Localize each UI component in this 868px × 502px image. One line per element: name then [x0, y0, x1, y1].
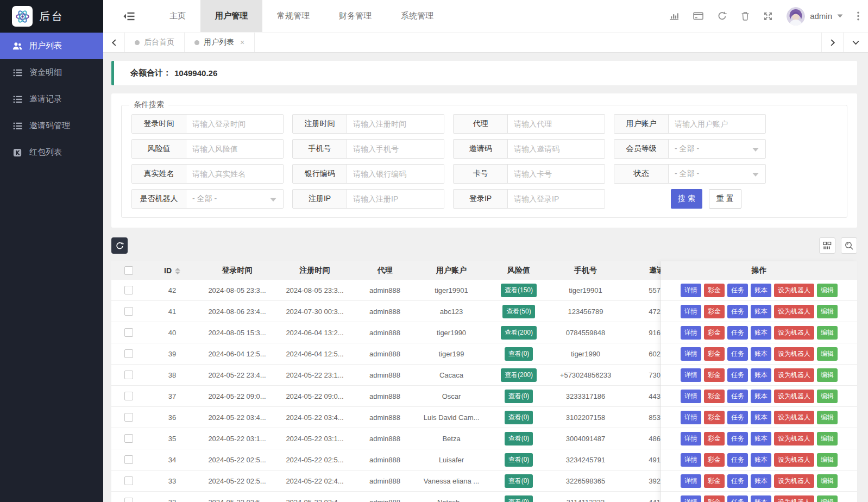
- action-详情-button[interactable]: 详情: [681, 432, 701, 445]
- action-设为机器人-button[interactable]: 设为机器人: [774, 411, 814, 424]
- bar-chart-icon[interactable]: [669, 12, 679, 21]
- row-checkbox[interactable]: [124, 371, 133, 379]
- row-checkbox[interactable]: [124, 349, 133, 358]
- columns-settings-icon[interactable]: [819, 237, 835, 254]
- risk-view-badge[interactable]: 查看(0): [505, 453, 533, 467]
- action-详情-button[interactable]: 详情: [681, 495, 701, 502]
- search-input-登录IP[interactable]: [508, 190, 605, 208]
- action-设为机器人-button[interactable]: 设为机器人: [774, 368, 814, 382]
- action-彩金-button[interactable]: 彩金: [704, 432, 725, 445]
- action-账本-button[interactable]: 账本: [751, 411, 771, 424]
- sidebar-item-5[interactable]: 红包列表: [0, 139, 103, 166]
- action-账本-button[interactable]: 账本: [751, 368, 771, 382]
- search-select-是否机器人[interactable]: - 全部 -: [186, 190, 283, 208]
- action-任务-button[interactable]: 任务: [727, 284, 748, 297]
- action-任务-button[interactable]: 任务: [727, 432, 748, 445]
- action-编辑-button[interactable]: 编辑: [817, 368, 838, 382]
- action-设为机器人-button[interactable]: 设为机器人: [774, 432, 814, 445]
- action-彩金-button[interactable]: 彩金: [704, 390, 725, 403]
- action-编辑-button[interactable]: 编辑: [817, 326, 838, 340]
- action-编辑-button[interactable]: 编辑: [817, 347, 838, 361]
- action-设为机器人-button[interactable]: 设为机器人: [774, 474, 814, 488]
- search-table-icon[interactable]: [841, 237, 857, 254]
- sidebar-toggle-icon[interactable]: [103, 0, 155, 32]
- row-checkbox[interactable]: [124, 455, 133, 464]
- search-input-代理[interactable]: [508, 115, 605, 133]
- sort-icon[interactable]: [175, 268, 180, 274]
- action-任务-button[interactable]: 任务: [727, 411, 748, 424]
- row-checkbox[interactable]: [124, 307, 133, 316]
- row-checkbox[interactable]: [124, 476, 133, 485]
- action-设为机器人-button[interactable]: 设为机器人: [774, 305, 814, 318]
- risk-view-badge[interactable]: 查看(0): [505, 474, 533, 488]
- action-彩金-button[interactable]: 彩金: [704, 474, 725, 488]
- sort-desc-icon[interactable]: [175, 272, 180, 274]
- sort-asc-icon[interactable]: [175, 268, 180, 271]
- search-input-卡号[interactable]: [508, 165, 605, 183]
- action-详情-button[interactable]: 详情: [681, 368, 701, 382]
- fullscreen-icon[interactable]: [764, 12, 772, 21]
- action-彩金-button[interactable]: 彩金: [704, 305, 725, 318]
- top-menu-item-3[interactable]: 常规管理: [262, 0, 324, 32]
- more-vertical-icon[interactable]: [857, 11, 859, 21]
- search-input-风险值[interactable]: [186, 140, 283, 158]
- credit-card-icon[interactable]: [693, 12, 703, 20]
- risk-view-badge[interactable]: 查看(0): [505, 347, 533, 361]
- sidebar-item-3[interactable]: 邀请记录: [0, 86, 103, 112]
- action-详情-button[interactable]: 详情: [681, 284, 701, 297]
- action-彩金-button[interactable]: 彩金: [704, 411, 725, 424]
- action-账本-button[interactable]: 账本: [751, 453, 771, 467]
- action-设为机器人-button[interactable]: 设为机器人: [774, 284, 814, 297]
- risk-view-badge[interactable]: 查看(200): [501, 326, 537, 340]
- action-任务-button[interactable]: 任务: [727, 326, 748, 340]
- search-input-银行编码[interactable]: [347, 165, 444, 183]
- tab-close-icon[interactable]: ×: [240, 38, 244, 47]
- action-编辑-button[interactable]: 编辑: [817, 495, 838, 502]
- risk-view-badge[interactable]: 查看(150): [501, 284, 537, 297]
- action-详情-button[interactable]: 详情: [681, 390, 701, 403]
- action-详情-button[interactable]: 详情: [681, 326, 701, 340]
- risk-view-badge[interactable]: 查看(0): [505, 411, 533, 424]
- action-账本-button[interactable]: 账本: [751, 474, 771, 488]
- action-账本-button[interactable]: 账本: [751, 305, 771, 318]
- reset-button[interactable]: 重 置: [709, 189, 741, 209]
- action-设为机器人-button[interactable]: 设为机器人: [774, 495, 814, 502]
- action-彩金-button[interactable]: 彩金: [704, 284, 725, 297]
- risk-view-badge[interactable]: 查看(0): [505, 432, 533, 445]
- search-select-状态[interactable]: - 全部 -: [669, 165, 765, 183]
- action-详情-button[interactable]: 详情: [681, 305, 701, 318]
- action-编辑-button[interactable]: 编辑: [817, 432, 838, 445]
- action-任务-button[interactable]: 任务: [727, 305, 748, 318]
- action-彩金-button[interactable]: 彩金: [704, 347, 725, 361]
- action-账本-button[interactable]: 账本: [751, 432, 771, 445]
- row-checkbox[interactable]: [124, 286, 133, 294]
- action-设为机器人-button[interactable]: 设为机器人: [774, 347, 814, 361]
- action-彩金-button[interactable]: 彩金: [704, 326, 725, 340]
- action-编辑-button[interactable]: 编辑: [817, 453, 838, 467]
- top-menu-item-4[interactable]: 财务管理: [324, 0, 386, 32]
- row-checkbox[interactable]: [124, 434, 133, 443]
- action-账本-button[interactable]: 账本: [751, 495, 771, 502]
- search-button[interactable]: 搜 索: [671, 189, 702, 209]
- action-详情-button[interactable]: 详情: [681, 474, 701, 488]
- top-menu-item-5[interactable]: 系统管理: [386, 0, 448, 32]
- row-checkbox[interactable]: [124, 498, 133, 502]
- action-任务-button[interactable]: 任务: [727, 390, 748, 403]
- risk-view-badge[interactable]: 查看(0): [505, 495, 533, 502]
- action-任务-button[interactable]: 任务: [727, 474, 748, 488]
- top-menu-item-2[interactable]: 用户管理: [200, 0, 262, 32]
- tabs-scroll-left-icon[interactable]: [103, 33, 125, 52]
- refresh-icon[interactable]: [718, 11, 727, 21]
- row-checkbox[interactable]: [124, 392, 133, 400]
- search-input-注册时间[interactable]: [347, 115, 444, 133]
- action-设为机器人-button[interactable]: 设为机器人: [774, 390, 814, 403]
- action-编辑-button[interactable]: 编辑: [817, 390, 838, 403]
- action-彩金-button[interactable]: 彩金: [704, 453, 725, 467]
- action-账本-button[interactable]: 账本: [751, 347, 771, 361]
- action-账本-button[interactable]: 账本: [751, 284, 771, 297]
- tabs-menu-chevron-down-icon[interactable]: [843, 33, 868, 52]
- action-详情-button[interactable]: 详情: [681, 453, 701, 467]
- action-彩金-button[interactable]: 彩金: [704, 495, 725, 502]
- search-input-用户账户[interactable]: [669, 115, 765, 133]
- top-menu-item-1[interactable]: 主页: [155, 0, 200, 32]
